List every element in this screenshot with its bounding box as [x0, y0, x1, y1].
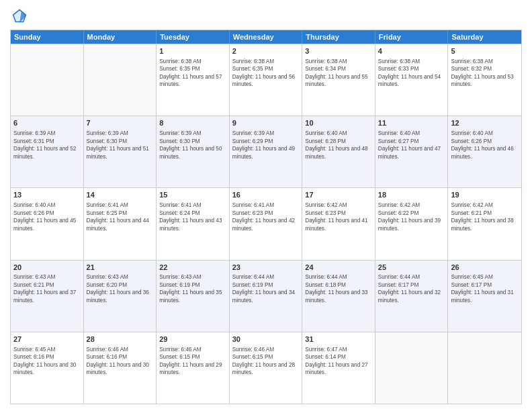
logo-icon	[10, 7, 29, 26]
cal-cell-21: 21Sunrise: 6:43 AM Sunset: 6:20 PM Dayli…	[84, 261, 157, 332]
cal-cell-12: 12Sunrise: 6:40 AM Sunset: 6:26 PM Dayli…	[448, 116, 521, 187]
day-number: 4	[378, 46, 445, 56]
cell-info: Sunrise: 6:38 AM Sunset: 6:34 PM Dayligh…	[305, 58, 367, 87]
day-number: 7	[87, 118, 154, 128]
cal-cell-6: 6Sunrise: 6:39 AM Sunset: 6:31 PM Daylig…	[11, 116, 84, 187]
logo	[10, 7, 32, 26]
cal-week-3: 13Sunrise: 6:40 AM Sunset: 6:26 PM Dayli…	[11, 187, 521, 259]
day-number: 8	[159, 118, 226, 128]
day-number: 26	[451, 263, 519, 273]
cell-info: Sunrise: 6:39 AM Sunset: 6:30 PM Dayligh…	[159, 130, 222, 159]
cell-info: Sunrise: 6:43 AM Sunset: 6:21 PM Dayligh…	[13, 274, 76, 303]
cell-info: Sunrise: 6:44 AM Sunset: 6:18 PM Dayligh…	[305, 274, 367, 303]
cell-info: Sunrise: 6:44 AM Sunset: 6:17 PM Dayligh…	[378, 274, 441, 303]
cal-header-monday: Monday	[84, 30, 157, 44]
cal-cell-empty	[448, 332, 521, 404]
calendar-body: 1Sunrise: 6:38 AM Sunset: 6:35 PM Daylig…	[11, 44, 521, 404]
cell-info: Sunrise: 6:42 AM Sunset: 6:22 PM Dayligh…	[378, 202, 441, 231]
cal-cell-2: 2Sunrise: 6:38 AM Sunset: 6:35 PM Daylig…	[230, 44, 303, 116]
cal-cell-15: 15Sunrise: 6:41 AM Sunset: 6:24 PM Dayli…	[157, 188, 230, 259]
cell-info: Sunrise: 6:38 AM Sunset: 6:32 PM Dayligh…	[451, 58, 513, 87]
header	[10, 7, 522, 26]
day-number: 24	[305, 263, 372, 273]
cal-header-sunday: Sunday	[11, 30, 84, 44]
cal-header-friday: Friday	[375, 30, 449, 44]
cal-cell-16: 16Sunrise: 6:41 AM Sunset: 6:23 PM Dayli…	[230, 188, 303, 259]
cal-week-2: 6Sunrise: 6:39 AM Sunset: 6:31 PM Daylig…	[11, 116, 521, 187]
cell-info: Sunrise: 6:38 AM Sunset: 6:35 PM Dayligh…	[159, 58, 222, 87]
cal-header-saturday: Saturday	[448, 30, 521, 44]
cal-cell-26: 26Sunrise: 6:45 AM Sunset: 6:17 PM Dayli…	[448, 261, 521, 332]
day-number: 22	[159, 263, 226, 273]
cell-info: Sunrise: 6:40 AM Sunset: 6:26 PM Dayligh…	[451, 130, 513, 159]
cell-info: Sunrise: 6:42 AM Sunset: 6:21 PM Dayligh…	[451, 202, 513, 231]
cell-info: Sunrise: 6:41 AM Sunset: 6:25 PM Dayligh…	[87, 202, 149, 231]
cal-cell-5: 5Sunrise: 6:38 AM Sunset: 6:32 PM Daylig…	[448, 44, 521, 116]
day-number: 30	[232, 334, 300, 345]
day-number: 23	[232, 263, 300, 273]
cell-info: Sunrise: 6:43 AM Sunset: 6:20 PM Dayligh…	[87, 274, 149, 303]
cell-info: Sunrise: 6:43 AM Sunset: 6:19 PM Dayligh…	[159, 274, 222, 303]
day-number: 18	[378, 190, 445, 200]
day-number: 3	[305, 46, 372, 56]
cal-cell-18: 18Sunrise: 6:42 AM Sunset: 6:22 PM Dayli…	[375, 188, 449, 259]
day-number: 17	[305, 190, 372, 200]
day-number: 11	[378, 118, 445, 128]
cal-cell-25: 25Sunrise: 6:44 AM Sunset: 6:17 PM Dayli…	[375, 261, 449, 332]
cal-cell-9: 9Sunrise: 6:39 AM Sunset: 6:29 PM Daylig…	[230, 116, 303, 187]
cal-cell-31: 31Sunrise: 6:47 AM Sunset: 6:14 PM Dayli…	[302, 332, 375, 404]
day-number: 21	[87, 263, 154, 273]
cell-info: Sunrise: 6:46 AM Sunset: 6:15 PM Dayligh…	[159, 347, 222, 375]
cal-header-tuesday: Tuesday	[157, 30, 230, 44]
cal-cell-empty	[11, 44, 84, 116]
cal-cell-17: 17Sunrise: 6:42 AM Sunset: 6:23 PM Dayli…	[302, 188, 375, 259]
cell-info: Sunrise: 6:40 AM Sunset: 6:28 PM Dayligh…	[305, 130, 367, 159]
day-number: 19	[451, 190, 519, 200]
cell-info: Sunrise: 6:44 AM Sunset: 6:19 PM Dayligh…	[232, 274, 295, 303]
cal-week-4: 20Sunrise: 6:43 AM Sunset: 6:21 PM Dayli…	[11, 260, 521, 332]
day-number: 5	[451, 46, 519, 56]
cal-cell-4: 4Sunrise: 6:38 AM Sunset: 6:33 PM Daylig…	[375, 44, 449, 116]
cal-cell-13: 13Sunrise: 6:40 AM Sunset: 6:26 PM Dayli…	[11, 188, 84, 259]
day-number: 15	[159, 190, 226, 200]
day-number: 14	[87, 190, 154, 200]
cal-cell-29: 29Sunrise: 6:46 AM Sunset: 6:15 PM Dayli…	[157, 332, 230, 404]
cell-info: Sunrise: 6:39 AM Sunset: 6:29 PM Dayligh…	[232, 130, 295, 159]
cell-info: Sunrise: 6:40 AM Sunset: 6:26 PM Dayligh…	[13, 202, 76, 231]
day-number: 12	[451, 118, 519, 128]
cell-info: Sunrise: 6:46 AM Sunset: 6:16 PM Dayligh…	[87, 347, 149, 375]
cal-cell-28: 28Sunrise: 6:46 AM Sunset: 6:16 PM Dayli…	[84, 332, 157, 404]
cal-header-thursday: Thursday	[302, 30, 375, 44]
cal-cell-23: 23Sunrise: 6:44 AM Sunset: 6:19 PM Dayli…	[230, 261, 303, 332]
cell-info: Sunrise: 6:40 AM Sunset: 6:27 PM Dayligh…	[378, 130, 441, 159]
cal-cell-3: 3Sunrise: 6:38 AM Sunset: 6:34 PM Daylig…	[302, 44, 375, 116]
cal-cell-27: 27Sunrise: 6:45 AM Sunset: 6:16 PM Dayli…	[11, 332, 84, 404]
day-number: 29	[159, 334, 226, 345]
day-number: 10	[305, 118, 372, 128]
cell-info: Sunrise: 6:39 AM Sunset: 6:31 PM Dayligh…	[13, 130, 76, 159]
day-number: 2	[232, 46, 300, 56]
cal-cell-30: 30Sunrise: 6:46 AM Sunset: 6:15 PM Dayli…	[230, 332, 303, 404]
cal-cell-22: 22Sunrise: 6:43 AM Sunset: 6:19 PM Dayli…	[157, 261, 230, 332]
day-number: 25	[378, 263, 445, 273]
day-number: 20	[13, 263, 81, 273]
cal-cell-11: 11Sunrise: 6:40 AM Sunset: 6:27 PM Dayli…	[375, 116, 449, 187]
cell-info: Sunrise: 6:45 AM Sunset: 6:16 PM Dayligh…	[13, 347, 76, 375]
cell-info: Sunrise: 6:39 AM Sunset: 6:30 PM Dayligh…	[87, 130, 149, 159]
cal-cell-10: 10Sunrise: 6:40 AM Sunset: 6:28 PM Dayli…	[302, 116, 375, 187]
cal-cell-14: 14Sunrise: 6:41 AM Sunset: 6:25 PM Dayli…	[84, 188, 157, 259]
day-number: 31	[305, 334, 372, 345]
cell-info: Sunrise: 6:38 AM Sunset: 6:35 PM Dayligh…	[232, 58, 295, 87]
cal-cell-empty	[375, 332, 449, 404]
cell-info: Sunrise: 6:41 AM Sunset: 6:24 PM Dayligh…	[159, 202, 222, 231]
cell-info: Sunrise: 6:47 AM Sunset: 6:14 PM Dayligh…	[305, 347, 367, 375]
calendar-header-row: SundayMondayTuesdayWednesdayThursdayFrid…	[11, 30, 521, 44]
day-number: 27	[13, 334, 81, 345]
cal-cell-24: 24Sunrise: 6:44 AM Sunset: 6:18 PM Dayli…	[302, 261, 375, 332]
cal-cell-19: 19Sunrise: 6:42 AM Sunset: 6:21 PM Dayli…	[448, 188, 521, 259]
cal-cell-empty	[84, 44, 157, 116]
cell-info: Sunrise: 6:38 AM Sunset: 6:33 PM Dayligh…	[378, 58, 441, 87]
cal-header-wednesday: Wednesday	[230, 30, 303, 44]
page: SundayMondayTuesdayWednesdayThursdayFrid…	[0, 0, 532, 411]
cell-info: Sunrise: 6:46 AM Sunset: 6:15 PM Dayligh…	[232, 347, 295, 375]
